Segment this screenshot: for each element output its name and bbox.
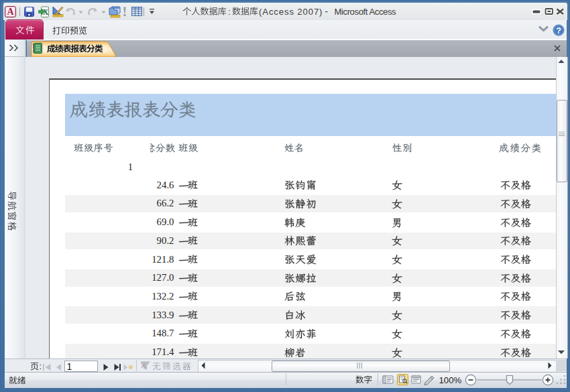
svg-text:A: A (7, 7, 14, 17)
svg-text:X: X (43, 7, 49, 17)
svg-text:?: ? (556, 26, 561, 36)
